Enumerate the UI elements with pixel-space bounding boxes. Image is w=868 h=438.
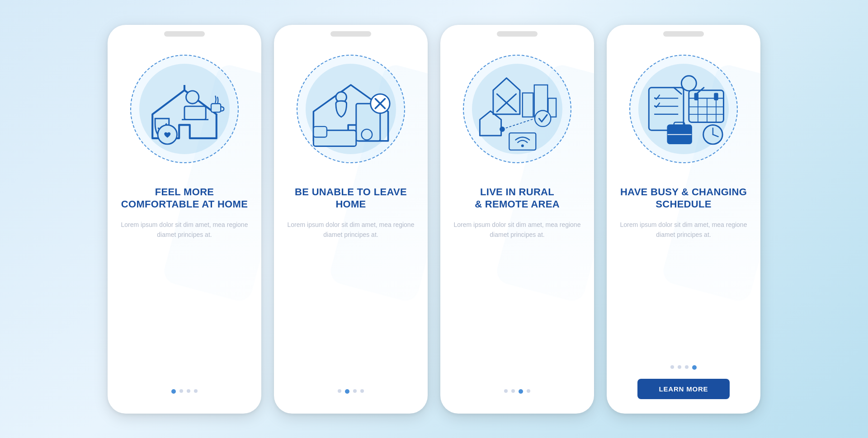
- dashed-circle-2: [297, 55, 405, 163]
- card-content-2: BE UNABLE TO LEAVE HOME Lorem ipsum dolo…: [274, 181, 428, 399]
- card-content-1: FEEL MORE COMFORTABLE AT HOME Lorem ipsu…: [108, 181, 261, 399]
- card-title-2: BE UNABLE TO LEAVE HOME: [287, 186, 415, 211]
- illustration-area-3: [440, 37, 594, 181]
- illustration-home-comfort: [131, 56, 238, 162]
- svg-rect-5: [211, 104, 221, 112]
- dot-active: [345, 389, 349, 394]
- phone-top-bar: [274, 25, 428, 37]
- phone-notch: [497, 31, 538, 37]
- svg-rect-28: [649, 87, 684, 130]
- dot-inactive: [338, 389, 341, 393]
- phones-container: FEEL MORE COMFORTABLE AT HOME Lorem ipsu…: [108, 25, 760, 414]
- svg-point-41: [681, 75, 696, 90]
- dots-row-1: [171, 389, 198, 394]
- card-body-2: Lorem ipsum dolor sit dim amet, mea regi…: [287, 220, 415, 240]
- phone-top-bar: [108, 25, 261, 37]
- dot-active: [692, 365, 697, 370]
- dots-row-3: [504, 389, 530, 394]
- svg-line-27: [502, 118, 535, 129]
- svg-rect-32: [689, 90, 724, 122]
- card-content-4: HAVE BUSY & CHANGING SCHEDULE Lorem ipsu…: [607, 181, 760, 399]
- phone-4: HAVE BUSY & CHANGING SCHEDULE Lorem ipsu…: [607, 25, 760, 414]
- phone-3: LIVE IN RURAL& REMOTE AREA Lorem ipsum d…: [440, 25, 594, 414]
- dot-inactive: [685, 365, 689, 369]
- dashed-circle-1: [130, 55, 239, 163]
- card-body-3: Lorem ipsum dolor sit dim amet, mea regi…: [453, 220, 581, 240]
- svg-point-25: [535, 110, 551, 126]
- dot-active: [519, 389, 523, 394]
- svg-rect-3: [184, 106, 206, 120]
- dot-inactive: [527, 389, 530, 393]
- card-body-4: Lorem ipsum dolor sit dim amet, mea regi…: [619, 220, 748, 240]
- svg-point-15: [362, 129, 373, 140]
- dots-row-2: [338, 389, 364, 394]
- svg-rect-23: [509, 133, 536, 150]
- phone-notch: [330, 31, 371, 37]
- dot-active: [171, 389, 176, 394]
- dots-row-4: [670, 365, 697, 370]
- illustration-busy-schedule: [630, 56, 737, 162]
- dot-inactive: [187, 389, 190, 393]
- phone-top-bar: [607, 25, 760, 37]
- illustration-area-2: [274, 37, 428, 181]
- dot-inactive: [511, 389, 515, 393]
- svg-marker-16: [493, 78, 520, 114]
- phone-notch: [663, 31, 704, 37]
- illustration-area-1: [108, 37, 261, 181]
- phone-2: BE UNABLE TO LEAVE HOME Lorem ipsum dolo…: [274, 25, 428, 414]
- svg-point-24: [521, 144, 524, 147]
- dot-inactive: [360, 389, 364, 393]
- illustration-unable-leave: [297, 56, 404, 162]
- phone-top-bar: [440, 25, 594, 37]
- dashed-circle-4: [629, 55, 738, 163]
- phone-notch: [164, 31, 205, 37]
- card-title-4: HAVE BUSY & CHANGING SCHEDULE: [619, 186, 748, 211]
- dot-inactive: [670, 365, 674, 369]
- learn-more-button[interactable]: LEARN MORE: [637, 379, 730, 399]
- dot-inactive: [179, 389, 183, 393]
- svg-point-26: [500, 126, 505, 132]
- svg-rect-19: [523, 93, 533, 117]
- dot-inactive: [504, 389, 508, 393]
- dot-inactive: [678, 365, 681, 369]
- svg-point-2: [186, 90, 199, 103]
- illustration-rural-remote: [464, 56, 571, 162]
- dashed-circle-3: [463, 55, 571, 163]
- illustration-area-4: [607, 37, 760, 181]
- phone-1: FEEL MORE COMFORTABLE AT HOME Lorem ipsu…: [108, 25, 261, 414]
- card-body-1: Lorem ipsum dolor sit dim amet, mea regi…: [120, 220, 249, 240]
- card-title-3: LIVE IN RURAL& REMOTE AREA: [475, 186, 560, 211]
- dot-inactive: [194, 389, 198, 393]
- dot-inactive: [353, 389, 357, 393]
- svg-rect-14: [313, 126, 327, 137]
- card-title-1: FEEL MORE COMFORTABLE AT HOME: [120, 186, 249, 211]
- card-content-3: LIVE IN RURAL& REMOTE AREA Lorem ipsum d…: [440, 181, 594, 399]
